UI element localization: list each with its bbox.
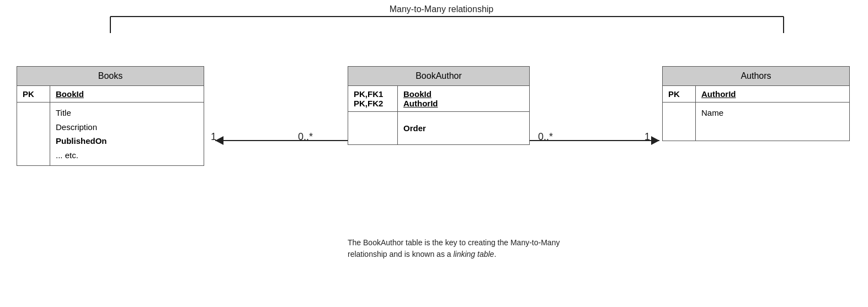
svg-marker-4 [215,136,223,145]
authors-table: Authors PK AuthorId Name [662,66,850,141]
cardinality-authors-left: 1 [645,131,650,143]
etc-field: ... etc. [56,150,78,160]
cardinality-bookauthor-right: 0..* [538,131,553,143]
books-fields-cell: Title Description PublishedOn ... etc. [50,103,204,166]
name-field: Name [701,108,723,117]
title-field: Title [56,108,71,117]
empty-cell [17,103,50,166]
relationship-label: Many-to-Many relationship [331,4,552,14]
table-row: Order [348,112,530,145]
authorid-main-cell: AuthorId [696,86,850,103]
table-row: PK,FK1 PK,FK2 BookId AuthorId [348,86,530,112]
pk-cell: PK [17,86,50,103]
bookauthor-table: BookAuthor PK,FK1 PK,FK2 BookId AuthorId… [348,66,530,145]
description-field: Description [56,122,97,132]
annotation-line2: relationship and is known as a [348,250,453,258]
pk-cell-authors: PK [663,86,696,103]
annotation-italic: linking table [453,250,494,258]
pk-fk-cell: PK,FK1 PK,FK2 [348,86,398,112]
books-header: Books [17,67,204,86]
annotation-line1: The BookAuthor table is the key to creat… [348,238,560,247]
authorid-field: AuthorId [403,99,438,108]
annotation-text: The BookAuthor table is the key to creat… [348,237,679,260]
annotation-line2-end: . [494,250,496,258]
table-row: Title Description PublishedOn ... etc. [17,103,204,166]
pk-label: PK [23,89,34,99]
bookid-field: BookId [56,89,84,99]
table-row: Name [663,103,850,141]
diagram-container: Many-to-Many relationship Books PK BookI… [0,0,868,307]
name-cell: Name [696,103,850,141]
svg-marker-6 [651,136,659,145]
authors-header: Authors [663,67,850,86]
table-row: PK AuthorId [663,86,850,103]
order-field: Order [403,123,426,133]
table-row: PK BookId [17,86,204,103]
pk-fk1-label: PK,FK1 [354,89,383,99]
bookid-authorid-cell: BookId AuthorId [398,86,530,112]
empty-cell2 [348,112,398,145]
order-cell: Order [398,112,530,145]
empty-cell-authors [663,103,696,141]
publishedon-field: PublishedOn [56,136,107,146]
authorid-main-field: AuthorId [701,89,736,99]
cardinality-bookauthor-left: 0..* [298,131,313,143]
bookid-cell: BookId [50,86,204,103]
bookauthor-bookid-field: BookId [403,89,432,99]
bookauthor-header: BookAuthor [348,67,530,86]
pk-fk2-label: PK,FK2 [354,99,383,108]
pk-label-authors: PK [668,89,680,99]
cardinality-books-right: 1 [211,131,216,143]
books-table: Books PK BookId Title Description Publis… [17,66,204,166]
